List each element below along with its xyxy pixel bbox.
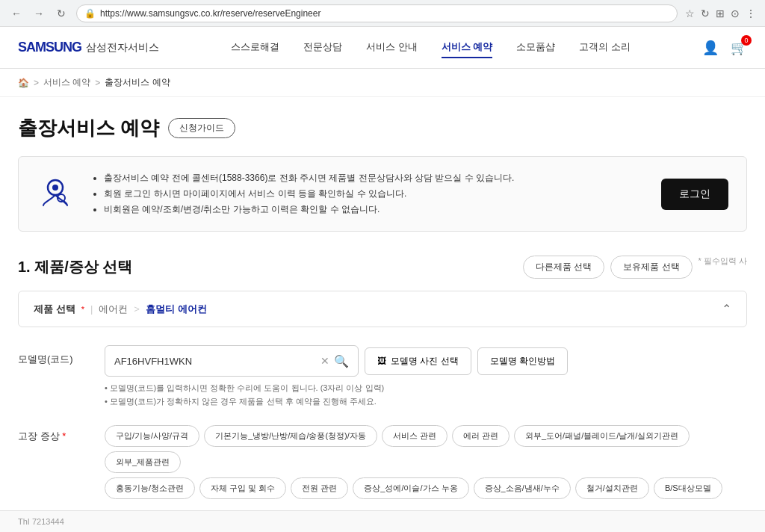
product-select-bar: 제품 선택 * | 에어컨 > 홈멀티 에어컨 ⌃ <box>18 291 747 327</box>
chip-1[interactable]: 기본기능_냉방/난방/제습/송풍(청정)/자동 <box>204 425 377 447</box>
forward-button[interactable]: → <box>31 6 46 21</box>
model-photo-button[interactable]: 🖼 모델명 사진 선택 <box>365 347 471 375</box>
fault-form-row: 고장 증상 * 구입/기능/사양/규격 기본기능_냉방/난방/제습/송풍(청정)… <box>18 422 747 499</box>
svg-point-1 <box>52 185 58 191</box>
photo-icon: 🖼 <box>377 356 386 366</box>
fault-form-content: 구입/기능/사양/규격 기본기능_냉방/난방/제습/송풍(청정)/자동 서비스 … <box>105 422 747 499</box>
breadcrumb-sep2: > <box>95 78 100 88</box>
chip-9[interactable]: 증상_성에/이슬/가스 누옹 <box>353 477 468 499</box>
svg-line-3 <box>64 201 66 204</box>
product-arrow: > <box>134 303 140 315</box>
model-input-row: ✕ 🔍 🖼 모델명 사진 선택 모델명 확인방법 <box>105 345 747 377</box>
main-nav: 스스로해결 전문상담 서비스 안내 서비스 예약 소모품샵 고객의 소리 <box>159 37 702 58</box>
product-sep1: | <box>90 303 93 315</box>
home-icon[interactable]: 🏠 <box>18 78 29 88</box>
model-label: 모델명(코드) <box>18 345 93 366</box>
info-text: 출장서비스 예약 전에 콜센터(1588-3366)로 전화 주시면 제품별 전… <box>92 172 514 216</box>
model-hint-2: • 모델명(코드)가 정확하지 않은 경우 제품을 선택 후 예약을 진행해 주… <box>105 396 747 407</box>
info-line-3: 비회원은 예약/조회/변경/취소만 가능하고 이력은 확인할 수 없습니다. <box>104 203 514 216</box>
product-selected[interactable]: 홈멀티 에어컨 <box>146 303 207 316</box>
page-footer: ThI 7213444 <box>0 510 765 532</box>
model-input-wrap: ✕ 🔍 <box>105 345 359 377</box>
nav-item-reservation[interactable]: 서비스 예약 <box>442 37 493 58</box>
url-text: https://www.samsungsvc.co.kr/reserve/res… <box>100 8 669 19</box>
profile-icon[interactable]: ⊙ <box>731 7 740 19</box>
nav-item-voice[interactable]: 고객의 소리 <box>579 37 631 58</box>
header-right: 👤 🛒 0 <box>702 40 747 56</box>
menu-icon[interactable]: ⋮ <box>746 7 756 19</box>
collapse-button[interactable]: ⌃ <box>722 302 731 316</box>
chip-6[interactable]: 홍동기능/청소관련 <box>105 477 195 499</box>
chip-3[interactable]: 에러 관련 <box>452 425 510 447</box>
clear-button[interactable]: ✕ <box>320 355 329 367</box>
star-icon[interactable]: ☆ <box>685 7 695 19</box>
chips-row-2: 홍동기능/청소관련 자체 구입 및 회수 전원 관련 증상_성에/이슬/가스 누… <box>105 477 747 499</box>
model-input[interactable] <box>114 356 316 367</box>
chip-12[interactable]: B/S대상모델 <box>654 477 722 499</box>
info-line-2: 회원 로그인 하시면 마이페이지에서 서비스 이력 등을 확인하실 수 있습니다… <box>104 188 514 200</box>
chips-row: 구입/기능/사양/규격 기본기능_냉방/난방/제습/송풍(청정)/자동 서비스 … <box>105 425 747 473</box>
url-bar[interactable]: 🔒 https://www.samsungsvc.co.kr/reserve/r… <box>76 4 678 22</box>
chip-10[interactable]: 증상_소음/냄새/누수 <box>474 477 571 499</box>
section-title-row: 1. 제품/증상 선택 다른제품 선택 보유제품 선택 * 필수입력 사 <box>18 256 747 279</box>
model-hints: • 모델명(코드)를 입력하시면 정확한 수리에 도움이 됩니다. (3자리 이… <box>105 383 747 407</box>
info-location-icon <box>37 173 74 215</box>
browser-bar: ← → ↻ 🔒 https://www.samsungsvc.co.kr/res… <box>0 0 765 27</box>
info-line-1: 출장서비스 예약 전에 콜센터(1588-3366)로 전화 주시면 제품별 전… <box>104 172 514 185</box>
model-form-content: ✕ 🔍 🖼 모델명 사진 선택 모델명 확인방법 • 모델명(코드)를 입력하시… <box>105 345 747 407</box>
nav-item-service-info[interactable]: 서비스 안내 <box>366 37 418 58</box>
nav-item-self-help[interactable]: 스스로해결 <box>231 37 279 58</box>
breadcrumb: 🏠 > 서비스 예약 > 출장서비스 예약 <box>0 69 765 97</box>
chip-4[interactable]: 외부_도어/패널/블레이드/날개/실외기관련 <box>514 425 690 447</box>
product-select-label: 제품 선택 <box>34 303 75 316</box>
breadcrumb-service-reservation[interactable]: 서비스 예약 <box>43 76 90 89</box>
login-button[interactable]: 로그인 <box>661 179 728 210</box>
fault-label: 고장 증상 * <box>18 422 93 443</box>
chip-5[interactable]: 외부_제품관련 <box>105 451 181 473</box>
breadcrumb-current: 출장서비스 예약 <box>105 76 170 89</box>
browser-icons: ☆ ↻ ⊞ ⊙ ⋮ <box>685 7 756 19</box>
footer-text: ThI 7213444 <box>18 517 64 526</box>
page-title: 출장서비스 예약 <box>18 115 159 141</box>
info-box: 출장서비스 예약 전에 콜센터(1588-3366)로 전화 주시면 제품별 전… <box>18 156 747 232</box>
model-check-button[interactable]: 모델명 확인방법 <box>477 347 568 375</box>
chip-8[interactable]: 전원 관련 <box>291 477 348 499</box>
cart-icon[interactable]: 🛒 0 <box>731 40 747 56</box>
lock-icon: 🔒 <box>84 8 96 19</box>
extensions-icon[interactable]: ⊞ <box>716 7 725 19</box>
chip-11[interactable]: 철거/설치관련 <box>575 477 649 499</box>
required-note: * 필수입력 사 <box>699 256 747 279</box>
guide-button[interactable]: 신청가이드 <box>168 118 235 138</box>
logo-area: SAMSUNG 삼성전자서비스 <box>18 40 159 55</box>
back-button[interactable]: ← <box>9 6 24 21</box>
logo-samsung: SAMSUNG <box>18 40 81 55</box>
product-required-star: * <box>81 305 84 314</box>
logo-subtitle: 삼성전자서비스 <box>86 41 159 55</box>
nav-item-consult[interactable]: 전문상담 <box>303 37 342 58</box>
chip-2[interactable]: 서비스 관련 <box>382 425 447 447</box>
page-content: 출장서비스 예약 신청가이드 출장서비스 예약 전에 콜센터(1588-3366… <box>0 97 765 532</box>
refresh-icon2[interactable]: ↻ <box>701 7 710 19</box>
cart-badge: 0 <box>741 35 752 46</box>
my-product-button[interactable]: 보유제품 선택 <box>610 256 692 279</box>
breadcrumb-sep1: > <box>34 78 39 88</box>
section-title: 1. 제품/증상 선택 <box>18 257 132 277</box>
other-product-button[interactable]: 다른제품 선택 <box>523 256 604 279</box>
chip-0[interactable]: 구입/기능/사양/규격 <box>105 425 199 447</box>
product-category[interactable]: 에어컨 <box>99 303 128 316</box>
refresh-button[interactable]: ↻ <box>54 6 69 21</box>
model-form-row: 모델명(코드) ✕ 🔍 🖼 모델명 사진 선택 모델명 확인방법 • 모델명( <box>18 345 747 407</box>
section-product-symptom: 1. 제품/증상 선택 다른제품 선택 보유제품 선택 * 필수입력 사 제품 … <box>18 256 747 499</box>
model-hint-1: • 모델명(코드)를 입력하시면 정확한 수리에 도움이 됩니다. (3자리 이… <box>105 383 747 394</box>
page-title-row: 출장서비스 예약 신청가이드 <box>18 115 747 141</box>
search-button[interactable]: 🔍 <box>334 354 349 368</box>
site-header: SAMSUNG 삼성전자서비스 스스로해결 전문상담 서비스 안내 서비스 예약… <box>0 27 765 69</box>
section-buttons: 다른제품 선택 보유제품 선택 * 필수입력 사 <box>523 256 747 279</box>
fault-required-star: * <box>62 430 66 442</box>
chip-7[interactable]: 자체 구입 및 회수 <box>199 477 286 499</box>
user-icon[interactable]: 👤 <box>702 40 719 56</box>
nav-item-shop[interactable]: 소모품샵 <box>516 37 555 58</box>
